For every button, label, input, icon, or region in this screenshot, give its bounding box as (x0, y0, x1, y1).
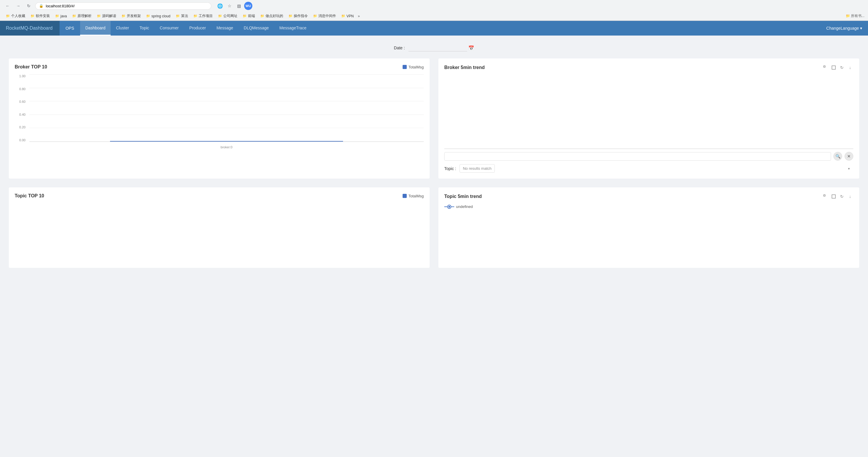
nav-label-topic: Topic (140, 26, 149, 30)
y-label-0: 0.00 (15, 138, 28, 142)
bookmark-company[interactable]: 📁 公司网址 (216, 12, 240, 19)
svg-rect-1 (832, 66, 835, 69)
app-header: RocketMQ-Dashboard OPS Dashboard Cluster… (0, 21, 868, 35)
topic-chart-refresh[interactable]: ↻ (839, 193, 845, 200)
broker-trend-title: Broker 5min trend (444, 65, 485, 70)
y-label-2: 0.40 (15, 113, 28, 116)
bookmark-button[interactable]: ☆ (225, 2, 234, 10)
trend-controls: 🔍 ✕ (444, 152, 853, 161)
chart-area: broker:0 (29, 74, 424, 142)
change-language-label: ChangeLanguage ▾ (826, 26, 862, 31)
grid-line (29, 88, 424, 88)
trend-clear-button[interactable]: ✕ (844, 152, 853, 161)
bookmark-label: spring cloud (151, 14, 170, 18)
folder-icon: 📁 (6, 14, 10, 18)
svg-rect-2 (824, 195, 825, 196)
bookmark-frontend[interactable]: 📁 前端 (240, 12, 257, 19)
trend-search-button[interactable]: 🔍 (833, 152, 842, 161)
bookmark-algorithm[interactable]: 📁 算法 (174, 12, 190, 19)
topic-trend-title: Topic 5min trend (444, 194, 482, 199)
back-button[interactable]: ← (3, 2, 12, 10)
svg-rect-3 (832, 195, 835, 198)
bookmark-label: 个人收藏 (11, 13, 25, 19)
nav-item-dashboard[interactable]: Dashboard (80, 21, 111, 35)
broker-trend-header: Broker 5min trend ↻ ↓ (444, 64, 853, 71)
calendar-icon[interactable]: 📅 (468, 45, 474, 51)
topic-chart-zoom-reset[interactable] (822, 193, 829, 200)
date-input[interactable] (408, 44, 467, 51)
ops-nav-item[interactable]: OPS (60, 21, 80, 35)
grid-line (29, 74, 424, 75)
nav-item-messagetrace[interactable]: MessageTrace (274, 21, 312, 35)
trend-area: 🔍 ✕ Topic : No results match (444, 76, 853, 173)
topic-chart-download[interactable]: ↓ (847, 193, 853, 200)
bookmark-fun[interactable]: 📁 做点好玩的 (258, 12, 285, 19)
url-input[interactable] (46, 4, 208, 8)
forward-button[interactable]: → (14, 2, 22, 10)
address-bar[interactable]: 🔒 (35, 2, 211, 10)
folder-icon: 📁 (31, 14, 35, 18)
trend-search-input[interactable] (444, 152, 831, 161)
bookmark-java[interactable]: 📁 java (53, 13, 69, 19)
bookmarks-more[interactable]: » (358, 14, 360, 18)
chart-refresh[interactable]: ↻ (839, 64, 845, 71)
bookmark-spring-cloud[interactable]: 📁 spring cloud (144, 13, 173, 19)
y-label-1: 0.20 (15, 125, 28, 129)
legend-line-left (444, 206, 447, 207)
nav-item-topic[interactable]: Topic (134, 21, 155, 35)
bookmark-label: VPN (346, 14, 354, 18)
browser-actions: 🌐 ☆ ▧ WU (216, 2, 252, 10)
bookmark-label: 算法 (181, 13, 188, 19)
legend-line-right (451, 206, 454, 207)
bookmark-source[interactable]: 📁 源码解读 (94, 12, 119, 19)
nav-item-producer[interactable]: Producer (184, 21, 211, 35)
translate-button[interactable]: 🌐 (216, 2, 224, 10)
legend-undefined: undefined (444, 204, 473, 209)
main-content: Date : 📅 Broker TOP 10 TotalMsg 0.00 0.2… (0, 35, 868, 274)
bookmark-personal[interactable]: 📁 个人收藏 (3, 12, 28, 19)
change-language-button[interactable]: ChangeLanguage ▾ (820, 21, 868, 35)
nav-item-dlqmessage[interactable]: DLQMessage (239, 21, 274, 35)
date-label: Date : (394, 46, 405, 50)
search-icon: 🔍 (835, 154, 840, 159)
clear-icon: ✕ (847, 154, 851, 159)
topic-select[interactable]: No results match (460, 164, 495, 173)
trend-chart-area (444, 76, 853, 149)
extensions-button[interactable]: ▧ (235, 2, 243, 10)
browser-chrome: ← → ↻ 🔒 🌐 ☆ ▧ WU 📁 个人收藏 📁 软件安装 📁 java 📁 (0, 0, 868, 21)
bookmark-label: 工作项目 (199, 13, 213, 19)
broker-top10-chart: 0.00 0.20 0.40 0.60 0.80 1.00 (15, 74, 424, 151)
refresh-button[interactable]: ↻ (25, 2, 33, 10)
chart-zoom-reset[interactable] (822, 64, 829, 71)
browser-toolbar: ← → ↻ 🔒 🌐 ☆ ▧ WU (0, 0, 868, 12)
legend-color-box (403, 65, 407, 69)
folder-icon: 📁 (176, 14, 180, 18)
bookmarks-all[interactable]: 📁 所有书... (846, 13, 865, 19)
bookmark-framework[interactable]: 📁 开发框架 (119, 12, 143, 19)
bookmark-cmd[interactable]: 📁 操作指令 (286, 12, 310, 19)
topic-chart-expand[interactable] (831, 193, 837, 200)
nav-item-message[interactable]: Message (211, 21, 239, 35)
nav-item-consumer[interactable]: Consumer (154, 21, 184, 35)
profile-button[interactable]: WU (244, 2, 252, 10)
chart-expand[interactable] (831, 64, 837, 71)
bookmark-vpn[interactable]: 📁 VPN (339, 13, 356, 19)
nav-label-messagetrace: MessageTrace (279, 26, 306, 30)
date-input-wrapper: 📅 (408, 44, 474, 51)
legend-dot (448, 205, 451, 208)
main-nav: Dashboard Cluster Topic Consumer Produce… (80, 21, 820, 35)
bookmark-label: 消息中间件 (318, 13, 336, 19)
bookmark-analysis[interactable]: 📁 原理解析 (70, 12, 94, 19)
x-labels: broker:0 (29, 145, 424, 149)
chart-download[interactable]: ↓ (847, 64, 853, 71)
topic-select-wrapper: No results match (460, 164, 853, 173)
bookmark-mq[interactable]: 📁 消息中间件 (311, 12, 338, 19)
bookmark-label: java (60, 14, 67, 18)
bookmark-software[interactable]: 📁 软件安装 (28, 12, 52, 19)
folder-icon: 📁 (97, 14, 101, 18)
nav-item-cluster[interactable]: Cluster (111, 21, 134, 35)
folder-icon: 📁 (193, 14, 197, 18)
bookmarks-bar: 📁 个人收藏 📁 软件安装 📁 java 📁 原理解析 📁 源码解读 📁 开发框… (0, 12, 868, 21)
bookmark-label: 做点好玩的 (266, 13, 283, 19)
bookmark-work[interactable]: 📁 工作项目 (191, 12, 215, 19)
